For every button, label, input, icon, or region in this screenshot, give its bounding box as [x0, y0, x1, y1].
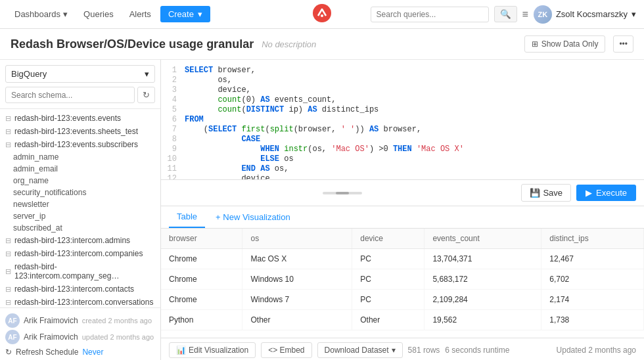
- table-icon: ⊟: [5, 298, 11, 307]
- table-cell-os: Windows 7: [242, 290, 352, 310]
- database-selector[interactable]: BigQuery ▾: [5, 65, 155, 83]
- refresh-schedule-label[interactable]: Refresh Schedule: [16, 348, 78, 357]
- schema-search-row: ↻: [5, 87, 155, 103]
- code-line: 10 ELSE os: [161, 154, 644, 164]
- table-header: browser os device events_count distinct_…: [161, 229, 644, 249]
- show-data-only-button[interactable]: ⊞ Show Data Only: [524, 35, 606, 53]
- refresh-icon: ↻: [5, 348, 12, 357]
- search-input[interactable]: [371, 7, 489, 22]
- code-line: 11 END AS os,: [161, 164, 644, 173]
- schema-item[interactable]: ⊟ redash-bird-123:events.subscribers: [0, 138, 160, 151]
- save-button[interactable]: 💾 Save: [521, 184, 571, 202]
- schema-item[interactable]: ⊟ redash-bird-123:intercom.conversations: [0, 296, 160, 307]
- chart-icon: 📊: [176, 346, 186, 355]
- queries-nav[interactable]: Queries: [77, 7, 120, 22]
- code-line: 5 count(DISTINCT ip) AS distinct_ips: [161, 104, 644, 114]
- schema-subitem[interactable]: server_ip: [0, 210, 160, 222]
- updated-by-label: Arik Fraimovich: [24, 332, 78, 342]
- embed-button[interactable]: <> Embed: [261, 342, 311, 358]
- schema-subitem[interactable]: newsletter: [0, 198, 160, 210]
- schema-item[interactable]: ⊟ redash-bird-123:intercom.contacts: [0, 282, 160, 296]
- sidebar-footer: AF Arik Fraimovich created 2 months ago …: [0, 307, 160, 360]
- table-cell-distinct_ips: 6,702: [541, 269, 644, 290]
- search-button[interactable]: 🔍: [494, 6, 517, 22]
- table-row: ChromeWindows 7PC2,109,2842,174: [161, 290, 644, 310]
- created-by-row: AF Arik Fraimovich created 2 months ago: [5, 313, 155, 328]
- alerts-label: Alerts: [129, 9, 151, 19]
- results-footer: 📊 Edit Visualization <> Embed Download D…: [161, 338, 644, 360]
- user-name: Zsolt Kocsmarszky: [556, 9, 628, 19]
- filter-icon: ≡: [522, 9, 528, 20]
- table-cell-device: PC: [352, 249, 425, 269]
- table-row: ChromeMac OS XPC13,704,37112,467: [161, 249, 644, 269]
- table-row: ChromeWindows 10PC5,683,1726,702: [161, 269, 644, 290]
- new-visualization-tab[interactable]: + New Visualization: [208, 207, 298, 227]
- table-body: ChromeMac OS XPC13,704,37112,467ChromeWi…: [161, 249, 644, 330]
- filter-button[interactable]: ≡: [522, 9, 528, 20]
- table-cell-os: Windows 10: [242, 269, 352, 290]
- row-count: 581 rows: [408, 346, 440, 355]
- avatar: AF: [5, 313, 20, 328]
- search-icon: 🔍: [500, 9, 511, 19]
- schema-item[interactable]: ⊟ redash-bird-123:intercom.company_seg…: [0, 260, 160, 282]
- code-line: 12 device,: [161, 173, 644, 180]
- code-line: 6 FROM: [161, 114, 644, 124]
- schema-subitem[interactable]: admin_name: [0, 151, 160, 163]
- schema-subitem[interactable]: admin_email: [0, 163, 160, 175]
- column-os: os: [242, 229, 352, 249]
- results-table-wrapper: browser os device events_count distinct_…: [161, 229, 644, 338]
- table-cell-browser: Chrome: [161, 269, 242, 290]
- never-badge[interactable]: Never: [82, 348, 103, 357]
- column-browser: browser: [161, 229, 242, 249]
- tab-table[interactable]: Table: [169, 206, 205, 228]
- edit-visualization-button[interactable]: 📊 Edit Visualization: [169, 342, 256, 358]
- database-name: BigQuery: [11, 69, 47, 79]
- dashboards-label: Dashboards: [14, 9, 60, 19]
- execute-button[interactable]: ▶ Execute: [576, 185, 636, 201]
- table-cell-browser: Chrome: [161, 249, 242, 269]
- alerts-nav[interactable]: Alerts: [123, 7, 158, 22]
- editor-results: 1 SELECT browser, 2 os, 3 device, 4 coun…: [161, 60, 644, 360]
- scroll-indicator: [169, 192, 516, 194]
- created-by-label: Arik Fraimovich: [24, 316, 78, 325]
- table-icon: ⊟: [5, 127, 11, 136]
- schema-item[interactable]: ⊟ redash-bird-123:intercom.companies: [0, 247, 160, 260]
- results-tabs: Table + New Visualization: [161, 206, 644, 229]
- updated-time: updated 2 months ago: [82, 333, 154, 341]
- updated-by-row: AF Arik Fraimovich updated 2 months ago: [5, 330, 155, 344]
- sidebar-top: BigQuery ▾ ↻: [0, 60, 160, 109]
- schema-item[interactable]: ⊟ redash-bird-123:intercom.admins: [0, 234, 160, 247]
- top-navigation: Dashboards ▾ Queries Alerts Create ▾ 🔍 ≡…: [0, 0, 644, 29]
- schema-refresh-button[interactable]: ↻: [137, 87, 155, 103]
- schema-subitem[interactable]: org_name: [0, 175, 160, 187]
- schema-list: ⊟ redash-bird-123:events.events ⊟ redash…: [0, 109, 160, 307]
- schema-subitem[interactable]: security_notifications: [0, 187, 160, 198]
- table-cell-distinct_ips: 1,738: [541, 310, 644, 330]
- schema-item[interactable]: ⊟ redash-bird-123:events.sheets_test: [0, 125, 160, 138]
- schema-item[interactable]: ⊟ redash-bird-123:events.events: [0, 112, 160, 125]
- more-options-button[interactable]: •••: [613, 35, 633, 53]
- table-cell-device: Other: [352, 310, 425, 330]
- queries-label: Queries: [83, 9, 114, 19]
- dashboards-nav[interactable]: Dashboards ▾: [8, 7, 74, 22]
- schema-search-input[interactable]: [5, 87, 135, 103]
- schema-subitem[interactable]: subscribed_at: [0, 222, 160, 234]
- download-dataset-button[interactable]: Download Dataset ▾: [317, 342, 403, 358]
- updated-time: Updated 2 months ago: [557, 346, 636, 355]
- avatar: ZK: [534, 5, 552, 24]
- chevron-down-icon: ▾: [63, 9, 68, 19]
- more-icon: •••: [619, 39, 628, 49]
- table-cell-events_count: 2,109,284: [425, 290, 541, 310]
- code-line: 7 (SELECT first(split(browser, ' ')) AS …: [161, 124, 644, 134]
- table-icon: ⊟: [5, 114, 11, 123]
- table-icon: ⊟: [5, 141, 11, 149]
- refresh-icon: ↻: [143, 90, 150, 100]
- code-line: 3 device,: [161, 85, 644, 95]
- table-cell-events_count: 19,562: [425, 310, 541, 330]
- code-line: 1 SELECT browser,: [161, 65, 644, 75]
- table-cell-events_count: 5,683,172: [425, 269, 541, 290]
- create-button[interactable]: Create ▾: [160, 6, 210, 22]
- user-menu[interactable]: ZK Zsolt Kocsmarszky ▾: [534, 5, 636, 24]
- chevron-down-icon: ▾: [392, 346, 396, 355]
- code-editor[interactable]: 1 SELECT browser, 2 os, 3 device, 4 coun…: [161, 60, 644, 180]
